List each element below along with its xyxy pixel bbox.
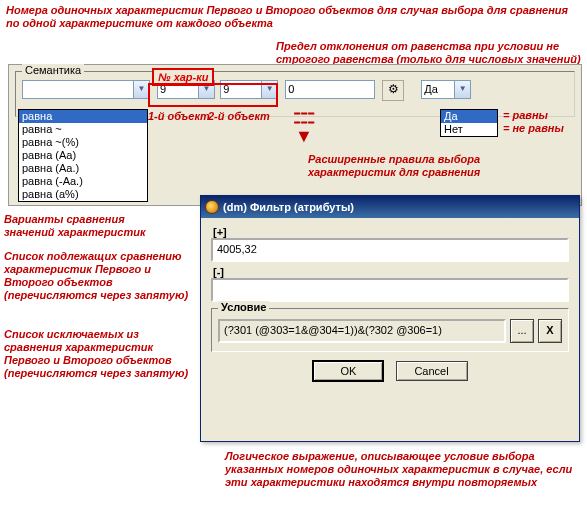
dialog-title: (dm) Фильтр (атрибуты) [223, 201, 354, 213]
annotation-top-numbers: Номера одиночных характеристик Первого и… [6, 4, 570, 30]
dialog-buttons: OK Cancel [201, 360, 579, 382]
annotation-minus-desc: Список исключаемых из сравнения характер… [4, 328, 196, 380]
annotation-plus-desc: Список подлежащих сравнению характеристи… [4, 250, 196, 302]
filter-dialog: (dm) Фильтр (атрибуты) [+] 4005,32 [-] У… [200, 195, 580, 442]
dialog-titlebar[interactable]: (dm) Фильтр (атрибуты) [201, 196, 579, 218]
list-item[interactable]: равна (-Aa.) [19, 175, 147, 188]
funnel-icon: ⚙ [388, 82, 399, 96]
app-icon [205, 200, 219, 214]
advanced-rules-button[interactable]: ⚙ [382, 80, 404, 101]
yesno-combo[interactable]: ▼ [421, 80, 471, 99]
chevron-down-icon: ▼ [261, 81, 277, 98]
annotation-logic: Логическое выражение, описывающее услови… [225, 450, 579, 489]
condition-group-label: Условие [218, 301, 269, 313]
annotation-notequal: = не равны [503, 122, 564, 135]
yesno-combo-input[interactable] [424, 81, 450, 96]
condition-more-button[interactable]: ... [510, 319, 534, 343]
minus-field-label: [-] [213, 266, 579, 278]
hilite-label-char-number: № хар-ки [152, 68, 214, 86]
semantics-combo[interactable]: ▼ [22, 80, 150, 99]
yesno-dropdown-list[interactable]: Да Нет [440, 109, 498, 137]
chevron-down-icon: ▼ [454, 81, 470, 98]
annotation-obj2: 2-й объект [208, 110, 270, 123]
char-second-combo[interactable]: ▼ [220, 80, 278, 99]
condition-field: (?301 (@303=1&@304=1))&(?302 @306=1) [218, 319, 506, 343]
plus-field-label: [+] [213, 226, 579, 238]
yesno-option-yes[interactable]: Да [441, 110, 497, 123]
list-item[interactable]: равна [19, 110, 147, 123]
list-item[interactable]: равна (a%) [19, 188, 147, 201]
yesno-option-no[interactable]: Нет [441, 123, 497, 136]
deviation-input[interactable] [288, 81, 368, 96]
list-item[interactable]: равна ~(%) [19, 136, 147, 149]
annotation-ext-rules: Расширенные правила выбора характеристик… [308, 153, 508, 179]
ok-button[interactable]: OK [312, 360, 384, 382]
list-item[interactable]: равна (Aa.) [19, 162, 147, 175]
semantics-combo-input[interactable] [25, 81, 129, 96]
plus-field[interactable]: 4005,32 [211, 238, 569, 262]
semantics-groupbox-label: Семантика [22, 64, 84, 76]
cancel-button[interactable]: Cancel [396, 361, 468, 381]
plus-field-value: 4005,32 [217, 243, 257, 255]
condition-field-value: (?301 (@303=1&@304=1))&(?302 @306=1) [224, 324, 442, 336]
minus-field[interactable] [211, 278, 569, 302]
annotation-deviation: Предел отклонения от равенства при услов… [276, 40, 582, 66]
annotation-obj1: 1-й объект [148, 110, 210, 123]
dashed-arrow-icon: ┆┆▼ [293, 108, 315, 144]
annotation-variants: Варианты сравнения значений характеристи… [4, 213, 164, 239]
condition-clear-button[interactable]: X [538, 319, 562, 343]
list-item[interactable]: равна (Aa) [19, 149, 147, 162]
chevron-down-icon: ▼ [133, 81, 149, 98]
annotation-equal: = равны [503, 109, 548, 122]
semantics-dropdown-list[interactable]: равна равна ~ равна ~(%) равна (Aa) равн… [18, 109, 148, 202]
list-item[interactable]: равна ~ [19, 123, 147, 136]
condition-group: Условие (?301 (@303=1&@304=1))&(?302 @30… [211, 308, 569, 352]
deviation-input-wrap[interactable] [285, 80, 375, 99]
char-second-input[interactable] [223, 81, 257, 96]
